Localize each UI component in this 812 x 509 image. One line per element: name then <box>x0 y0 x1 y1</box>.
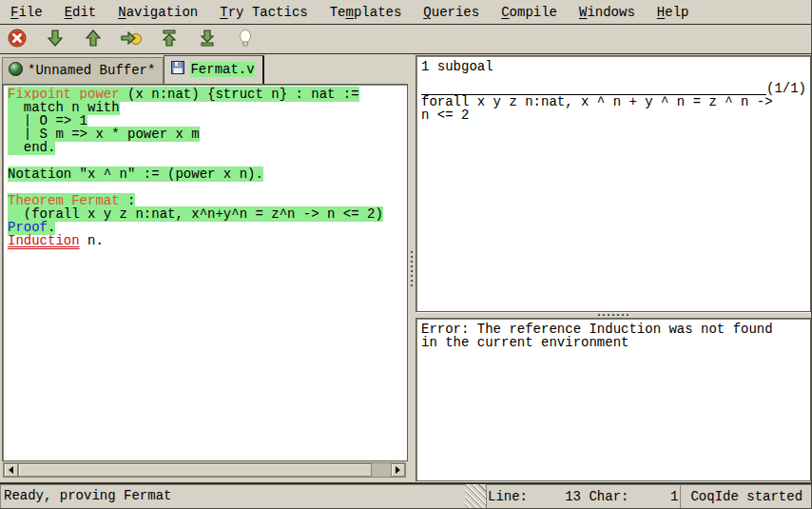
goal-line: forall x y z n:nat, x ^ n + y ^ n = z ^ … <box>421 95 806 108</box>
menu-try-tactics[interactable]: Try Tactics <box>213 2 314 23</box>
scrollbar-trough[interactable] <box>372 463 391 477</box>
toolbar-button-step-backward[interactable] <box>81 27 106 51</box>
menu-queries[interactable]: Queries <box>416 2 486 23</box>
stop-icon <box>7 28 28 51</box>
cursor-position: Line:13 Char:1 <box>486 484 680 509</box>
message-line: Error: The reference Induction was not f… <box>421 323 806 336</box>
coqide-status: CoqIde started <box>680 484 811 509</box>
editor-horizontal-scrollbar[interactable] <box>3 462 406 478</box>
go-to-cursor-icon <box>120 28 143 51</box>
char-label: Char: <box>589 489 628 504</box>
toolbar-button-go-to-start[interactable] <box>157 27 182 51</box>
code-line: (forall x y z n:nat, x^n+y^n = z^n -> n … <box>8 207 407 221</box>
status-resize-grip[interactable] <box>465 484 486 509</box>
toolbar <box>0 25 811 54</box>
hint-icon <box>235 28 256 51</box>
scroll-left-button[interactable] <box>4 463 18 477</box>
tab-bar: *Unnamed Buffer*Fermat.v <box>2 55 264 84</box>
toolbar-button-go-to-end[interactable] <box>195 27 220 51</box>
menu-navigation[interactable]: Navigation <box>111 2 204 23</box>
green-sphere-icon <box>9 62 23 80</box>
status-bar: Ready, proving Fermat Line:13 Char:1 Coq… <box>0 482 811 509</box>
left-arrow-icon <box>9 466 13 474</box>
line-label: Line: <box>488 489 528 504</box>
step-backward-icon <box>83 28 104 51</box>
menu-help[interactable]: Help <box>650 2 696 23</box>
code-line: Proof. <box>8 221 407 234</box>
menu-bar: FileEditNavigationTry TacticsTemplatesQu… <box>0 0 811 25</box>
step-forward-icon <box>45 28 66 51</box>
menu-file[interactable]: File <box>4 2 49 23</box>
code-area[interactable]: Fixpoint power (x n:nat) {struct n} : na… <box>3 85 407 247</box>
code-line: Induction n. <box>8 234 407 247</box>
code-line: match n with <box>8 101 407 114</box>
goal-pane[interactable]: 1 subgoal (1/1) forall x y z n:nat, x ^ … <box>416 55 811 312</box>
go-to-end-icon <box>197 28 218 51</box>
scroll-right-button[interactable] <box>391 463 405 477</box>
subgoal-counter: (1/1) <box>766 82 806 95</box>
code-line: Theorem Fermat : <box>8 194 407 207</box>
script-editor[interactable]: Fixpoint power (x n:nat) {struct n} : na… <box>2 84 408 461</box>
tab-label: Fermat.v <box>190 62 254 77</box>
tab-fermat-v[interactable]: Fermat.v <box>164 55 263 84</box>
vertical-pane-divider[interactable] <box>408 55 416 481</box>
right-arrow-icon <box>396 466 400 474</box>
toolbar-button-step-forward[interactable] <box>43 27 68 51</box>
menu-templates[interactable]: Templates <box>323 2 409 23</box>
code-line <box>8 154 407 167</box>
status-message: Ready, proving Fermat <box>0 484 465 509</box>
tab-unnamed-buffer[interactable]: *Unnamed Buffer* <box>2 57 164 84</box>
goal-line: n <= 2 <box>421 108 806 122</box>
toolbar-button-go-to-cursor[interactable] <box>119 27 144 51</box>
go-to-start-icon <box>159 28 180 51</box>
goal-separator: (1/1) <box>421 82 806 95</box>
code-line: end. <box>8 141 407 154</box>
tab-label: *Unnamed Buffer* <box>28 63 155 78</box>
char-value: 1 <box>628 489 678 504</box>
toolbar-button-hint[interactable] <box>233 27 258 51</box>
scrollbar-thumb[interactable] <box>18 463 372 477</box>
message-line: in the current environment <box>421 336 806 349</box>
code-line <box>8 181 407 194</box>
subgoal-header: 1 subgoal <box>421 60 806 73</box>
floppy-icon <box>170 60 185 79</box>
goal-text: forall x y z n:nat, x ^ n + y ^ n = z ^ … <box>421 95 806 122</box>
menu-edit[interactable]: Edit <box>58 2 104 23</box>
menu-compile[interactable]: Compile <box>494 2 564 23</box>
line-value: 13 <box>528 489 581 504</box>
menu-windows[interactable]: Windows <box>572 2 642 23</box>
code-line: | S m => x * power x m <box>8 127 407 141</box>
code-line: | O => 1 <box>8 114 407 127</box>
toolbar-button-stop[interactable] <box>5 27 29 51</box>
code-line: Notation "x ^ n" := (power x n). <box>8 167 407 181</box>
code-line: Fixpoint power (x n:nat) {struct n} : na… <box>8 88 407 101</box>
coqide-window: FileEditNavigationTry TacticsTemplatesQu… <box>0 0 812 509</box>
message-pane[interactable]: Error: The reference Induction was not f… <box>416 318 811 481</box>
error-message: Error: The reference Induction was not f… <box>416 319 810 349</box>
